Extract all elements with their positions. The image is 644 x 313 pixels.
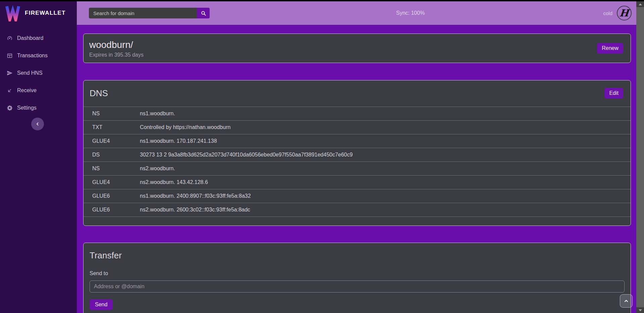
- dns-record-row: DS30273 13 2 9a3a8fb3d625d2a2073d740f10d…: [84, 148, 631, 162]
- sidebar-item-send-hns[interactable]: Send HNS: [0, 64, 77, 82]
- page-title: woodburn/: [89, 39, 144, 51]
- domain-expiry: Expires in 395.35 days: [89, 52, 144, 58]
- receive-arrow-icon: [7, 87, 13, 94]
- sidebar-item-label: Transactions: [17, 53, 48, 59]
- dns-record-value: ns1.woodburn. 2400:8907::f03c:93ff:fe5a:…: [140, 189, 631, 203]
- dns-record-value: 30273 13 2 9a3a8fb3d625d2a2073d740f10da6…: [140, 148, 631, 162]
- scroll-down-arrow-icon: [639, 309, 642, 311]
- sidebar-item-receive[interactable]: Receive: [0, 82, 77, 99]
- topbar-right: cold H: [603, 6, 636, 20]
- sidebar-item-label: Settings: [17, 105, 37, 111]
- dns-record-row: NSns1.woodburn.: [84, 107, 631, 121]
- renew-button[interactable]: Renew: [597, 43, 623, 54]
- transactions-table-icon: [7, 52, 13, 59]
- scrollbar-down-button[interactable]: [636, 307, 644, 313]
- scrollbar-up-button[interactable]: [636, 1, 644, 7]
- sidebar-item-label: Send HNS: [17, 70, 43, 76]
- dns-record-type: GLUE6: [84, 189, 140, 203]
- search-button[interactable]: [197, 8, 210, 18]
- dns-record-row: NSns2.woodburn.: [84, 162, 631, 176]
- sidebar-item-label: Dashboard: [17, 35, 43, 41]
- app-window: FIREWALLET Dashboard Transactions Send H…: [0, 1, 644, 313]
- sidebar-nav: Dashboard Transactions Send HNS Receive: [0, 29, 77, 117]
- send-button[interactable]: Send: [90, 299, 113, 310]
- firewallet-logo-icon: [5, 5, 20, 21]
- dns-record-row: TXTControlled by https://nathan.woodburn: [84, 121, 631, 134]
- dns-record-value: ns1.woodburn.: [140, 107, 631, 121]
- brand-name: FIREWALLET: [25, 10, 66, 16]
- sidebar-item-settings[interactable]: Settings: [0, 99, 77, 117]
- sync-status: Sync: 100%: [396, 10, 425, 16]
- dns-record-row: GLUE6ns2.woodburn. 2600:3c02::f03c:93ff:…: [84, 203, 631, 217]
- dns-card-header: DNS Edit: [84, 80, 631, 107]
- dns-record-value: ns2.woodburn.: [140, 162, 631, 176]
- dns-record-value: ns1.woodburn. 170.187.241.138: [140, 134, 631, 148]
- window-scrollbar[interactable]: [636, 1, 644, 313]
- sidebar-collapse-button[interactable]: [31, 118, 44, 130]
- dns-record-row: GLUE4ns1.woodburn. 170.187.241.138: [84, 134, 631, 148]
- search-input[interactable]: [89, 8, 197, 18]
- dns-record-type: GLUE6: [84, 203, 140, 217]
- transfer-card: Transfer Send to Send: [83, 243, 631, 313]
- dns-record-type: DS: [84, 148, 140, 162]
- sidebar-item-label: Receive: [17, 87, 37, 93]
- transfer-address-input[interactable]: [90, 280, 625, 293]
- dns-record-type: GLUE4: [84, 134, 140, 148]
- wallet-avatar[interactable]: H: [617, 6, 632, 20]
- dns-record-type: NS: [84, 162, 140, 176]
- send-to-label: Send to: [90, 270, 625, 276]
- chevron-left-icon: [35, 122, 40, 126]
- sidebar-item-dashboard[interactable]: Dashboard: [0, 29, 77, 47]
- handshake-logo-icon: H: [619, 8, 629, 18]
- wallet-name: cold: [603, 10, 612, 16]
- page-content: woodburn/ Expires in 395.35 days Renew D…: [77, 25, 636, 313]
- edit-dns-button[interactable]: Edit: [604, 88, 623, 99]
- dns-table: NSns1.woodburn.TXTControlled by https://…: [84, 107, 631, 217]
- main-area: Sync: 100% cold H woodburn/ Expires in 3…: [77, 1, 636, 313]
- scroll-up-arrow-icon: [639, 3, 642, 5]
- dns-record-row: GLUE6ns1.woodburn. 2400:8907::f03c:93ff:…: [84, 189, 631, 203]
- dns-title: DNS: [90, 88, 108, 98]
- sidebar-item-transactions[interactable]: Transactions: [0, 47, 77, 64]
- dns-table-body: NSns1.woodburn.TXTControlled by https://…: [84, 107, 631, 217]
- sidebar-header: FIREWALLET: [0, 1, 77, 25]
- dns-card: DNS Edit NSns1.woodburn.TXTControlled by…: [83, 80, 631, 226]
- chevron-up-icon: [624, 298, 629, 304]
- dashboard-gauge-icon: [7, 35, 13, 42]
- dns-record-type: TXT: [84, 121, 140, 134]
- send-paper-plane-icon: [7, 70, 13, 76]
- domain-search: [89, 8, 210, 18]
- topbar: Sync: 100% cold H: [77, 1, 636, 25]
- sidebar: FIREWALLET Dashboard Transactions Send H…: [0, 1, 77, 313]
- domain-info: woodburn/ Expires in 395.35 days: [89, 39, 144, 58]
- scrollbar-thumb[interactable]: [636, 7, 644, 307]
- scroll-to-top-button[interactable]: [620, 294, 633, 308]
- settings-gear-icon: [7, 105, 13, 111]
- dns-record-value: ns2.woodburn. 143.42.128.6: [140, 176, 631, 189]
- domain-header-card: woodburn/ Expires in 395.35 days Renew: [83, 34, 631, 63]
- dns-record-row: GLUE4ns2.woodburn. 143.42.128.6: [84, 176, 631, 189]
- dns-record-value: Controlled by https://nathan.woodburn: [140, 121, 631, 134]
- dns-record-value: ns2.woodburn. 2600:3c02::f03c:93ff:fe5a:…: [140, 203, 631, 217]
- dns-record-type: NS: [84, 107, 140, 121]
- dns-record-type: GLUE4: [84, 176, 140, 189]
- search-icon: [201, 10, 206, 16]
- transfer-title: Transfer: [90, 250, 625, 260]
